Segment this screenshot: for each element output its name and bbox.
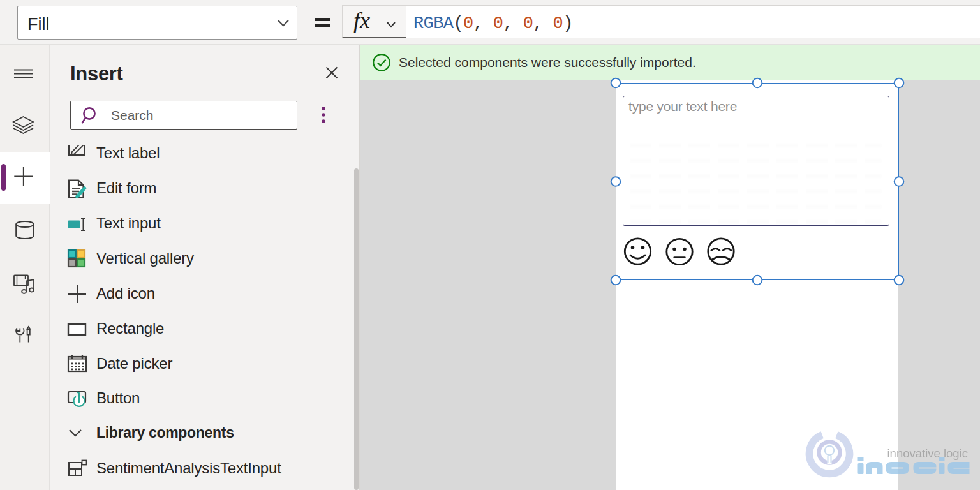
svg-text:innovative logic: innovative logic: [887, 447, 969, 460]
